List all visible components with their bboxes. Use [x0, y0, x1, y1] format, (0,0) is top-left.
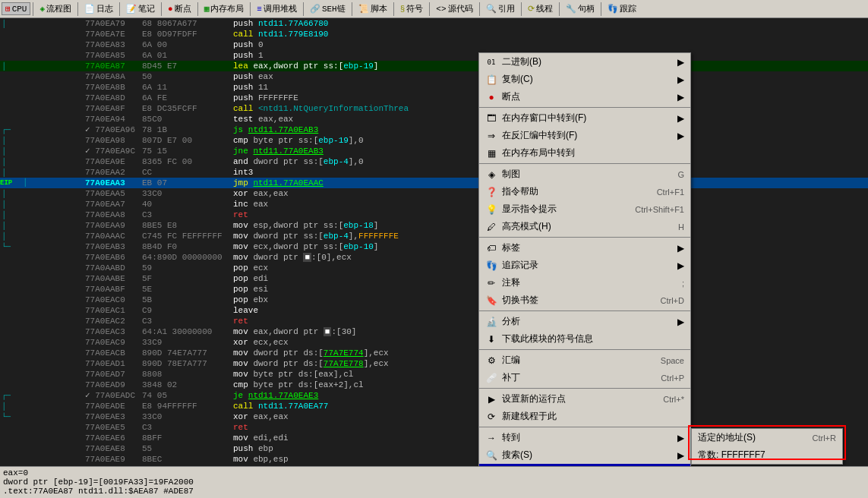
bytes-col: 8D45 E7: [142, 61, 233, 71]
sep12: [521, 2, 522, 16]
cm-sep6: [479, 388, 690, 389]
main-area: │ 77A0EA79 68 8067A677 push ntd11.77A667…: [0, 18, 868, 498]
cm-sep2: [479, 163, 690, 164]
toolbar-thread[interactable]: ⟳ 线程: [524, 2, 557, 16]
toolbar-script[interactable]: 📜 脚本: [355, 2, 391, 16]
cm-goto-memory[interactable]: 🗔 在内存窗口中转到(F) ▶: [479, 109, 690, 127]
table-row: │ 77A0EAA5 33C0 xor eax,eax: [0, 188, 868, 199]
cm-sep1: [479, 107, 690, 108]
toolbar-trace[interactable]: 👣 跟踪: [604, 2, 640, 16]
arrow-col: │: [2, 156, 85, 168]
cm-find-ref[interactable]: 🔍 查找引用(R) ▶: [479, 464, 690, 466]
sm-addr-label: 适定的地址(S): [698, 431, 756, 444]
toolbar-cpu-label: CPU: [12, 5, 27, 14]
table-row: └─ 77A0EAB3 8B4D F0 mov ecx,dword ptr ss…: [0, 241, 868, 252]
toolbar-handle[interactable]: 🔧 句柄: [562, 2, 598, 16]
addr-col: 77A0EAD9: [85, 380, 142, 390]
cm-new-thread[interactable]: ⟳ 新建线程于此: [479, 408, 690, 425]
table-row: 77A0EA8D 6A FE push FFFFFFFE: [0, 93, 868, 103]
toolbar-seh-label: SEH链: [322, 3, 346, 14]
instr-col: call ntd11.779E8190: [233, 29, 866, 39]
cm-set-eip-label: 设置新的运行点: [502, 392, 566, 405]
toolbar-flowgraph[interactable]: ◈ 流程图: [36, 2, 75, 16]
cm-sep5: [479, 349, 690, 350]
cm-trace[interactable]: 👣 追踪记录 ▶: [479, 257, 690, 274]
cm-bookmark[interactable]: 🔖 切换书签 Ctrl+D: [479, 292, 690, 309]
addr-col: 77A0EAC2: [85, 316, 142, 326]
table-row: 77A0EAC1 C9 leave: [0, 305, 868, 316]
cm-goto-memlayout[interactable]: ▦ 在内存布局中转到: [479, 144, 690, 162]
cm-instr-help[interactable]: ❓ 指令帮助 Ctrl+F1: [479, 183, 690, 200]
bytes-col: C9: [142, 305, 233, 316]
cm-patch[interactable]: 🩹 补丁 Ctrl+P: [479, 369, 690, 386]
toolbar-seh[interactable]: 🔗 SEH链: [306, 2, 349, 16]
addr-col: 77A0EACB: [85, 348, 142, 358]
cm-assemble-shortcut: Space: [661, 356, 684, 365]
table-row: │ 77A0EA79 68 8067A677 push ntd11.77A667…: [0, 18, 868, 29]
toolbar-memory-label: 内存布局: [210, 3, 244, 14]
table-row: 77A0EA8B 6A 11 push 11: [0, 82, 868, 93]
toolbar-memory[interactable]: ▦ 内存布局: [200, 2, 248, 16]
cm-analyze-arrow: ▶: [677, 317, 684, 327]
bytes-col: 890D 78E7A777: [142, 358, 233, 369]
trace-icon: 👣: [608, 4, 618, 14]
bytes-col: 8808: [142, 369, 233, 380]
toolbar-cpu[interactable]: ⊞ CPU: [2, 2, 30, 15]
cm-goto-disasm-label: 在反汇编中转到(F): [502, 129, 577, 142]
context-menu: 01 二进制(B) ▶ 📋 复制(C) ▶ ● 断点 ▶ 🗔 在内存窗口中转到(…: [478, 52, 691, 466]
sep8: [352, 2, 352, 16]
table-row: │ 77A0EAA8 C3 ret: [0, 210, 868, 220]
cm-chart[interactable]: ◈ 制图 G: [479, 165, 690, 183]
cm-instr-hint[interactable]: 💡 显示指令提示 Ctrl+Shift+F1: [479, 200, 690, 218]
sm-addr[interactable]: 适定的地址(S) Ctrl+R: [692, 429, 842, 446]
cm-highlight[interactable]: 🖊 高亮模式(H) H: [479, 218, 690, 235]
toolbar-log[interactable]: 📄 日志: [80, 2, 117, 16]
cm-goto[interactable]: → 转到 ▶: [479, 429, 690, 446]
table-row: 77A0AABF 5E pop esi: [0, 284, 868, 295]
toolbar-symbol[interactable]: § 符号: [396, 2, 428, 16]
toolbar-source-label: 源代码: [448, 3, 473, 14]
status-line2: dword ptr [ebp-19]=[0019FA33]=19FA2000: [3, 478, 865, 487]
cm-download-sym[interactable]: ⬇ 下载此模块的符号信息: [479, 330, 690, 348]
cm-label[interactable]: 🏷 标签 ▶: [479, 239, 690, 257]
bytes-col: 6A 00: [142, 39, 233, 50]
toolbar-callstack[interactable]: ≡ 调用堆栈: [253, 2, 301, 16]
cm-search[interactable]: 🔍 搜索(S) ▶: [479, 446, 690, 464]
arrow-col: └─: [2, 411, 85, 423]
addr-col: 77A0EA79: [85, 18, 142, 29]
toolbar-notes[interactable]: 📝 笔记: [122, 2, 159, 16]
arrow-col: │: [2, 135, 85, 147]
cm-goto-disasm[interactable]: ⇒ 在反汇编中转到(F) ▶: [479, 127, 690, 144]
cm-set-eip[interactable]: ▶ 设置新的运行点 Ctrl+*: [479, 390, 690, 408]
cm-breakpoint[interactable]: ● 断点 ▶: [479, 88, 690, 106]
sm-addr-shortcut: Ctrl+R: [813, 433, 836, 443]
instr-col: push ntd11.77A66780: [233, 18, 866, 29]
toolbar-source[interactable]: <> 源代码: [432, 2, 476, 16]
disassembly-view[interactable]: │ 77A0EA79 68 8067A677 push ntd11.77A667…: [0, 18, 868, 466]
table-row: │ 77A0EA9E 8365 FC 00 and dword ptr ss:[…: [0, 156, 868, 167]
set-eip-icon: ▶: [485, 393, 497, 405]
bytes-col: 8BEC: [142, 454, 233, 465]
trace-icon: 👣: [485, 260, 497, 272]
cm-binary[interactable]: 01 二进制(B) ▶: [479, 53, 690, 71]
cm-copy[interactable]: 📋 复制(C) ▶: [479, 71, 690, 88]
cm-analyze[interactable]: 🔬 分析 ▶: [479, 313, 690, 330]
cm-breakpoint-arrow: ▶: [677, 92, 684, 102]
new-thread-icon: ⟳: [485, 411, 497, 423]
arrow-col: │: [2, 231, 85, 242]
cm-comment[interactable]: ✏ 注释 ;: [479, 274, 690, 292]
bytes-col: 6A 11: [142, 82, 233, 93]
addr-col: 77A0EAC0: [85, 295, 142, 305]
cm-goto-memory-arrow: ▶: [677, 113, 684, 124]
bytes-col: 85C0: [142, 114, 233, 124]
toolbar-reference[interactable]: 🔍 引用: [482, 2, 519, 16]
addr-col: 77A0EA8B: [85, 82, 142, 93]
addr-col: ✓ 77A0EA9C: [85, 146, 142, 156]
table-row: │ ✓ 77A0EA9C 75 15 jne ntd11.77A0EAB3: [0, 146, 868, 156]
toolbar-breakpoint[interactable]: ● 断点: [164, 2, 195, 16]
cm-assemble[interactable]: ⚙ 汇编 Space: [479, 351, 690, 369]
addr-col: 77A0EAE9: [85, 454, 142, 465]
sm-const[interactable]: 常数: FFFFFFF7: [692, 446, 842, 464]
bytes-col: 75 15: [142, 146, 233, 156]
arrow-col: │: [2, 146, 85, 157]
